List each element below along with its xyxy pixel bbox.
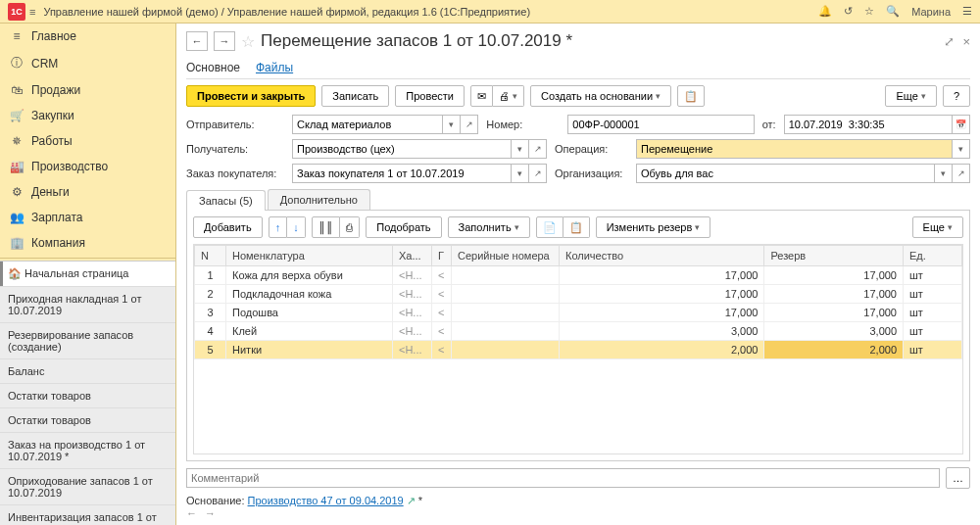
email-icon[interactable]: ✉: [470, 85, 493, 107]
nav-item[interactable]: 🛍Продажи: [0, 77, 175, 103]
paste-icon[interactable]: 📋: [564, 216, 590, 238]
dropdown-icon[interactable]: ▾: [512, 139, 529, 159]
bell-icon[interactable]: 🔔: [818, 5, 832, 18]
operation-field[interactable]: [636, 139, 953, 159]
comment-input[interactable]: [186, 468, 940, 488]
nav-icon: ⓘ: [10, 55, 24, 72]
sender-field[interactable]: [292, 115, 443, 134]
table-row[interactable]: 3 Подошва <Н... < 17,000 17,000 шт: [195, 304, 962, 322]
recent-item[interactable]: Оприходование запасов 1 от 10.07.2019: [0, 469, 175, 505]
post-button[interactable]: Провести: [395, 85, 465, 107]
dropdown-icon[interactable]: ▾: [443, 115, 461, 134]
dropdown-icon[interactable]: ▾: [512, 164, 529, 183]
subtab-more[interactable]: Дополнительно: [268, 189, 370, 210]
back-button[interactable]: ←: [186, 31, 208, 51]
nav-item[interactable]: ✵Работы: [0, 128, 175, 154]
tab-main[interactable]: Основное: [186, 57, 240, 78]
basis-open-icon[interactable]: ↗: [407, 495, 416, 506]
stock-grid[interactable]: N Номенклатура Ха... Г Серийные номера К…: [193, 244, 963, 454]
recent-item[interactable]: Приходная накладная 1 от 10.07.2019: [0, 287, 175, 323]
forward-button[interactable]: →: [214, 31, 235, 51]
report-icon[interactable]: 📋: [677, 85, 705, 107]
col-serial[interactable]: Серийные номера: [452, 246, 560, 266]
history-icon[interactable]: ↺: [844, 5, 853, 18]
order-field[interactable]: [292, 164, 512, 183]
save-button[interactable]: Записать: [321, 85, 389, 107]
nav-item[interactable]: 👥Зарплата: [0, 205, 175, 230]
add-button[interactable]: Добавить: [193, 216, 263, 238]
nav-label: Производство: [31, 160, 108, 173]
col-unit[interactable]: Ед.: [904, 246, 962, 266]
table-row[interactable]: 5 Нитки <Н... < 2,000 2,000 шт: [195, 341, 962, 359]
open-icon[interactable]: ↗: [461, 115, 478, 134]
col-char[interactable]: Ха...: [393, 246, 432, 266]
nav-item[interactable]: 🛒Закупки: [0, 103, 175, 128]
recent-item[interactable]: Инвентаризация запасов 1 от 10.07.2019: [0, 505, 175, 525]
pick-button[interactable]: Подобрать: [366, 216, 441, 238]
move-down-icon[interactable]: ↓: [287, 216, 306, 238]
dropdown-icon[interactable]: ▾: [935, 164, 953, 183]
menu-icon[interactable]: ≡: [29, 6, 35, 18]
doc-title: Перемещение запасов 1 от 10.07.2019 *: [261, 31, 572, 51]
recent-item[interactable]: Резервирование запасов (создание): [0, 323, 175, 359]
more-button[interactable]: Еще: [885, 85, 936, 107]
favorite-icon[interactable]: ☆: [241, 32, 255, 51]
recent-item[interactable]: Остатки товаров: [0, 384, 175, 408]
nav-item[interactable]: ⚙Деньги: [0, 179, 175, 205]
nav-label: Продажи: [31, 83, 80, 97]
move-up-icon[interactable]: ↑: [269, 216, 288, 238]
table-row[interactable]: 1 Кожа для верха обуви <Н... < 17,000 17…: [195, 266, 962, 285]
print-icon[interactable]: 🖨: [493, 85, 524, 107]
basis-link[interactable]: Производство 47 от 09.04.2019: [248, 495, 404, 506]
user-name[interactable]: Марина: [911, 6, 951, 18]
nav-item[interactable]: 🏢Компания: [0, 230, 175, 256]
recent-item[interactable]: Остатки товаров: [0, 408, 175, 433]
search-icon[interactable]: 🔍: [886, 5, 900, 18]
close-icon[interactable]: ×: [962, 34, 970, 49]
prev-icon[interactable]: ←: [186, 507, 197, 519]
recent-item[interactable]: Заказ на производство 1 от 10.07.2019 *: [0, 433, 175, 469]
receiver-field[interactable]: [292, 139, 512, 159]
table-row[interactable]: 4 Клей <Н... < 3,000 3,000 шт: [195, 322, 962, 341]
barcode-icon[interactable]: ║║: [312, 216, 341, 238]
col-qty[interactable]: Количество: [560, 246, 764, 266]
nav-icon: 🛍: [10, 83, 24, 97]
open-icon[interactable]: ↗: [529, 139, 547, 159]
col-reserve[interactable]: Резерв: [764, 246, 904, 266]
col-n[interactable]: N: [195, 246, 226, 266]
copy-icon[interactable]: 📄: [536, 216, 564, 238]
settings-icon[interactable]: ☰: [962, 5, 972, 18]
scanner-icon[interactable]: ⎙: [340, 216, 360, 238]
open-icon[interactable]: ↗: [953, 164, 970, 183]
post-close-button[interactable]: Провести и закрыть: [186, 85, 316, 107]
number-field[interactable]: [567, 115, 754, 134]
star-icon[interactable]: ☆: [864, 5, 874, 18]
nav-item[interactable]: 🏭Производство: [0, 154, 175, 179]
nav-label: Закупки: [31, 109, 74, 122]
nav-item[interactable]: ⓘCRM: [0, 49, 175, 77]
link-icon[interactable]: ⤢: [944, 34, 955, 49]
recent-item[interactable]: 🏠 Начальная страница: [0, 262, 175, 287]
dropdown-icon[interactable]: ▾: [953, 139, 970, 159]
org-field[interactable]: [636, 164, 935, 183]
next-icon[interactable]: →: [205, 507, 216, 519]
nav-icon: 👥: [10, 211, 24, 224]
comment-expand-icon[interactable]: …: [946, 467, 970, 489]
change-reserve-button[interactable]: Изменить резерв: [596, 216, 711, 238]
subtab-stock[interactable]: Запасы (5): [186, 190, 266, 211]
recent-item[interactable]: Баланс: [0, 359, 175, 384]
nav-item[interactable]: ≡Главное: [0, 24, 175, 49]
tab-files[interactable]: Файлы: [256, 57, 293, 78]
date-field[interactable]: [784, 115, 953, 134]
col-g[interactable]: Г: [432, 246, 452, 266]
open-icon[interactable]: ↗: [529, 164, 547, 183]
app-topbar: 1С ≡ Управление нашей фирмой (демо) / Уп…: [0, 0, 980, 24]
calendar-icon[interactable]: 📅: [953, 115, 970, 134]
table-more-button[interactable]: Еще: [912, 216, 963, 238]
operation-label: Операция:: [555, 143, 628, 155]
help-button[interactable]: ?: [943, 85, 970, 107]
fill-button[interactable]: Заполнить: [448, 216, 530, 238]
col-nomenclature[interactable]: Номенклатура: [226, 246, 393, 266]
create-on-basis-button[interactable]: Создать на основании: [530, 85, 671, 107]
table-row[interactable]: 2 Подкладочная кожа <Н... < 17,000 17,00…: [195, 285, 962, 304]
